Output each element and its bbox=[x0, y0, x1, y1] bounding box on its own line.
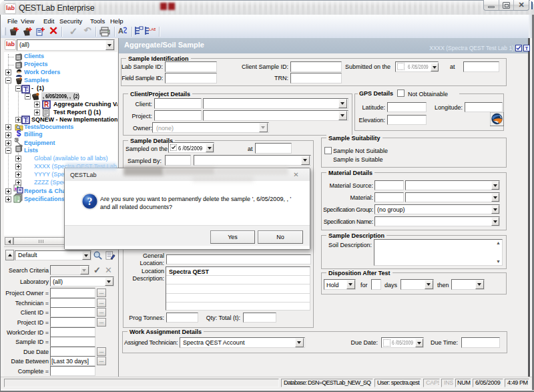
svg-text:LAB: LAB bbox=[149, 27, 156, 31]
svg-text:A: A bbox=[118, 27, 123, 35]
svg-text:R: R bbox=[44, 101, 49, 108]
svg-text:?: ? bbox=[87, 196, 93, 207]
